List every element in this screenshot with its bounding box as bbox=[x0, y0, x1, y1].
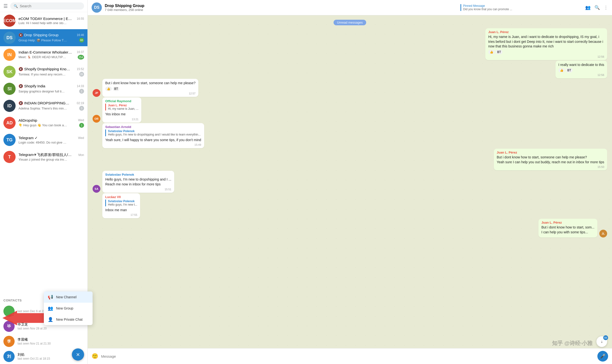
message-row: JP But i dont know how to start, someone… bbox=[93, 79, 607, 97]
message-row: Lucãaz VII Sviatoslav Polenok Hello guys… bbox=[93, 193, 607, 219]
badge: 1 bbox=[79, 123, 84, 128]
chat-name: 🔇 INDIAN DROPSHIPPING🚀🐻 bbox=[18, 101, 72, 105]
chat-time: 14:33 bbox=[77, 84, 84, 88]
chat-item-shopify_knowledge[interactable]: SK 🔇 Shopify Dropshipping Knowledge ... … bbox=[0, 63, 87, 80]
hamburger-icon[interactable]: ☰ bbox=[3, 3, 8, 9]
chat-name: 🔇 Shopify India bbox=[18, 84, 45, 88]
reactions: 👍BT bbox=[558, 68, 604, 73]
contact-status: last seen Nov 21 at 21:30 bbox=[17, 342, 84, 345]
menu-label-new_private_chat: New Private Chat bbox=[56, 318, 83, 321]
badge: 88 bbox=[79, 38, 84, 43]
pinned-label: Pinned Message bbox=[463, 4, 582, 8]
reactions: 👍BT bbox=[105, 87, 195, 91]
message-meta: 15:50 bbox=[497, 166, 604, 168]
contact-info: 李晨曦 last seen Nov 21 at 21:30 bbox=[17, 338, 84, 345]
chat-preview: Group Help: 📦 Please Follow The Gro... 8… bbox=[18, 38, 84, 43]
search-icon: 🔍 bbox=[14, 4, 18, 8]
message-avatar: JP bbox=[93, 89, 100, 97]
sidebar-header: ☰ 🔍 bbox=[0, 0, 87, 12]
message-text: Hello guys, I'm new to dropshipping and … bbox=[105, 177, 171, 187]
chat-item-dropshipping[interactable]: DS 🔇 Drop Shipping Group 16:46 Group Hel… bbox=[0, 29, 87, 46]
message-sender: Juan L. Pérez bbox=[488, 30, 604, 34]
chat-time: 16:55 bbox=[77, 17, 84, 20]
menu-icon-new_channel: 📢 bbox=[48, 294, 53, 300]
message-time: 13:21 bbox=[132, 118, 139, 121]
message-row: Juan L. Pérez Hi, my name is Juan, and i… bbox=[93, 28, 607, 60]
message-row: I really want to dedicate to this 👍BT 12… bbox=[93, 61, 607, 78]
message-meta: 15:51 bbox=[105, 188, 171, 191]
avatar: ECOM bbox=[3, 15, 15, 27]
chat-preview: Adelina Sophia: There's this mining plat… bbox=[18, 106, 84, 111]
chat-info: Indian E-Commerce Wholsaler B2... 16:37 … bbox=[18, 50, 84, 60]
contact-avatar: 李 bbox=[3, 336, 15, 347]
messages-area: Unread messages Juan L. Pérez Hi, my nam… bbox=[88, 15, 612, 348]
contact-name: 李晨曦 bbox=[17, 338, 84, 342]
menu-icon-new_private_chat: 👤 bbox=[48, 317, 53, 322]
chat-info: 🔇 INDIAN DROPSHIPPING🚀🐻 02:19 Adelina So… bbox=[18, 101, 84, 111]
message-sender: Sebastian Arnold bbox=[105, 125, 201, 129]
preview-text: Meet: 🦌 DEER HEAD MULTIPURPOS... bbox=[18, 55, 67, 59]
more-icon[interactable]: ⋮ bbox=[604, 5, 608, 10]
chat-info: AliDropship Wed 👇 Hey guys 👋 You can boo… bbox=[18, 118, 84, 128]
scroll-down-button[interactable]: ↓ 88 bbox=[597, 336, 607, 347]
message-avatar: JL bbox=[599, 230, 607, 237]
chat-item-telegram_group[interactable]: T Telegram✈飞机群发/群组拉人/群... ✓✓ Mon Yixuan … bbox=[0, 148, 87, 166]
mic-button[interactable]: 🎤 bbox=[597, 351, 608, 362]
chat-item-ecom[interactable]: ECOM eCOM TODAY Ecommerce | ENG C... 16:… bbox=[0, 12, 87, 29]
message-bubble: Juan L. Pérez Hi, my name is Juan, and i… bbox=[485, 28, 607, 60]
message-sender: Juan L. Pérez bbox=[541, 221, 595, 224]
chat-item-indian[interactable]: IN Indian E-Commerce Wholsaler B2... 16:… bbox=[0, 46, 87, 63]
context-menu-item-new_channel[interactable]: 📢 New Channel bbox=[44, 291, 93, 303]
search-chat-icon[interactable]: 🔍 bbox=[595, 5, 600, 10]
unread-badge: Unread messages bbox=[334, 20, 366, 25]
avatar: SI bbox=[3, 83, 15, 95]
chat-info: eCOM TODAY Ecommerce | ENG C... 16:55 Lu… bbox=[18, 16, 84, 25]
members-icon[interactable]: 👥 bbox=[585, 5, 591, 10]
context-menu-item-new_private_chat[interactable]: 👤 New Private Chat bbox=[44, 314, 93, 325]
chat-item-indian_drop[interactable]: ID 🔇 INDIAN DROPSHIPPING🚀🐻 02:19 Adelina… bbox=[0, 97, 87, 114]
new-contact-button[interactable]: × bbox=[72, 349, 84, 361]
search-input[interactable] bbox=[20, 4, 81, 8]
context-menu-item-new_group[interactable]: 👥 New Group bbox=[44, 303, 93, 314]
chat-header-avatar: DS bbox=[92, 2, 102, 13]
messages-container: Juan L. Pérez Hi, my name is Juan, and i… bbox=[93, 28, 607, 238]
message-meta: 13:21 bbox=[105, 118, 138, 121]
message-text: Hi, my name is Juan, and i want to dedic… bbox=[488, 35, 604, 49]
chat-name: Indian E-Commerce Wholsaler B2... bbox=[18, 50, 72, 54]
chat-name: 🔇 Drop Shipping Group bbox=[18, 33, 58, 37]
preview-text: Sanjay graphics designer full time freel… bbox=[18, 90, 67, 93]
message-text: Inbox me man bbox=[105, 208, 137, 213]
emoji-button[interactable]: 🙂 bbox=[92, 353, 98, 359]
message-sender: Sviatoslav Polenok bbox=[105, 173, 171, 176]
chat-item-telegram[interactable]: TG Telegram ✓ Wed Login code: 49450. Do … bbox=[0, 131, 87, 148]
preview-text: 👇 Hey guys 👋 You can book a free m... bbox=[18, 123, 67, 127]
message-bubble: But i dont know how to start, someone ca… bbox=[102, 79, 198, 97]
message-bubble: Lucãaz VII Sviatoslav Polenok Hello guys… bbox=[102, 193, 140, 219]
chat-time: 15:52 bbox=[77, 67, 84, 71]
search-box[interactable]: 🔍 bbox=[10, 2, 84, 10]
menu-icon-new_group: 👥 bbox=[48, 306, 53, 311]
chat-item-alidrop[interactable]: AD AliDropship Wed 👇 Hey guys 👋 You can … bbox=[0, 114, 87, 131]
chat-header: DS Drop Shipping Group 7 048 members, 25… bbox=[88, 0, 612, 15]
chat-time: Wed bbox=[78, 118, 84, 122]
preview-text: Group Help: 📦 Please Follow The Gro... bbox=[18, 39, 67, 42]
message-time: 17:55 bbox=[131, 213, 138, 216]
chat-preview: 👇 Hey guys 👋 You can book a free m... 1 bbox=[18, 123, 84, 128]
message-bubble: I really want to dedicate to this 👍BT 12… bbox=[556, 61, 607, 78]
avatar: ID bbox=[3, 100, 15, 112]
chat-name-row: Telegram✈飞机群发/群组拉人/群... ✓✓ Mon bbox=[18, 153, 84, 157]
avatar: TG bbox=[3, 134, 15, 146]
message-text: Yes inbox me bbox=[105, 112, 138, 117]
pinned-message[interactable]: Pinned Message Did you know that you can… bbox=[460, 4, 582, 11]
chat-item-shopify_india[interactable]: SI 🔇 Shopify India 14:33 Sanjay graphics… bbox=[0, 80, 87, 97]
message-time: 15:49 bbox=[195, 143, 201, 146]
message-avatar: SA bbox=[93, 185, 100, 193]
chat-header-actions: 👥 🔍 ⋮ bbox=[585, 5, 608, 10]
sidebar: ☰ 🔍 ECOM eCOM TODAY Ecommerce | ENG C...… bbox=[0, 0, 88, 364]
chat-name: Telegram✈飞机群发/群组拉人/群... ✓✓ bbox=[18, 153, 72, 157]
message-input[interactable] bbox=[101, 354, 595, 358]
message-row: OR Official Raymond Juan L. Pérez Hi, my… bbox=[93, 97, 607, 123]
message-quote: Sviatoslav Polenok Hello guys, I'm new t… bbox=[105, 130, 201, 136]
badge: 254 bbox=[78, 55, 84, 60]
contact-item-c3[interactable]: 李 李晨曦 last seen Nov 21 at 21:30 bbox=[0, 334, 87, 349]
